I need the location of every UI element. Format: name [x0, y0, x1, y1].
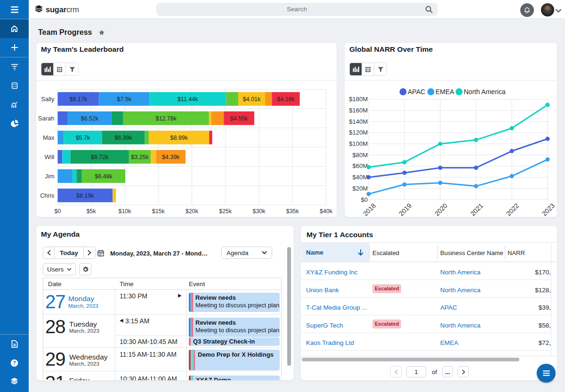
svg-text:2018: 2018 — [362, 202, 377, 217]
svg-text:$30k: $30k — [252, 208, 266, 215]
svg-text:Sally: Sally — [41, 96, 55, 103]
svg-text:$6.17k: $6.17k — [70, 96, 88, 103]
svg-text:$100M: $100M — [349, 140, 368, 147]
svg-text:$6.48k: $6.48k — [95, 173, 113, 180]
svg-text:$10k: $10k — [118, 208, 131, 215]
svg-text:Sarah: Sarah — [38, 115, 55, 122]
svg-text:2023: 2023 — [541, 202, 556, 217]
svg-text:$6.39k: $6.39k — [114, 135, 132, 141]
svg-text:2019: 2019 — [397, 202, 413, 217]
svg-text:$35k: $35k — [286, 208, 299, 215]
svg-text:$8.99k: $8.99k — [170, 135, 188, 141]
svg-text:$80M: $80M — [352, 152, 368, 159]
svg-text:North America: North America — [464, 88, 506, 96]
svg-text:$8.72k: $8.72k — [91, 154, 109, 160]
svg-text:$7.5k: $7.5k — [117, 96, 132, 103]
svg-text:$4.01k: $4.01k — [243, 96, 261, 103]
svg-text:APAC: APAC — [408, 88, 425, 96]
svg-text:$8.19k: $8.19k — [76, 192, 94, 199]
svg-text:$160M: $160M — [349, 107, 368, 114]
svg-text:$25k: $25k — [219, 208, 232, 215]
svg-text:$5k: $5k — [87, 208, 97, 215]
svg-text:$40M: $40M — [352, 174, 368, 181]
svg-text:2020: 2020 — [433, 202, 449, 217]
svg-text:?: ? — [13, 360, 16, 366]
svg-text:$3.25k: $3.25k — [131, 154, 149, 160]
svg-text:$180M: $180M — [349, 96, 368, 103]
svg-text:Will: Will — [45, 153, 55, 160]
svg-text:$0: $0 — [55, 208, 61, 215]
svg-text:$4.55k: $4.55k — [230, 115, 248, 122]
svg-text:Jim: Jim — [45, 173, 54, 180]
svg-text:$6.52k: $6.52k — [81, 115, 99, 122]
svg-text:$60M: $60M — [352, 162, 368, 169]
svg-text:$40k: $40k — [320, 208, 333, 215]
svg-text:$11.44k: $11.44k — [178, 96, 198, 103]
svg-text:2022: 2022 — [505, 202, 520, 217]
svg-text:$5.7k: $5.7k — [76, 135, 90, 141]
svg-text:EMEA: EMEA — [436, 88, 454, 96]
svg-text:Chris: Chris — [40, 192, 55, 199]
svg-text:Max: Max — [43, 134, 55, 141]
svg-text:$120M: $120M — [349, 129, 368, 136]
svg-text:$15k: $15k — [152, 208, 165, 215]
svg-text:2021: 2021 — [469, 202, 484, 217]
svg-text:$20k: $20k — [186, 208, 199, 215]
svg-text:$4.39k: $4.39k — [162, 154, 180, 160]
svg-text:$12.78k: $12.78k — [156, 115, 177, 122]
svg-text:$20M: $20M — [352, 185, 368, 192]
svg-text:$4.16k: $4.16k — [277, 96, 295, 103]
svg-text:$140M: $140M — [349, 118, 368, 125]
svg-text:$0: $0 — [361, 196, 368, 203]
